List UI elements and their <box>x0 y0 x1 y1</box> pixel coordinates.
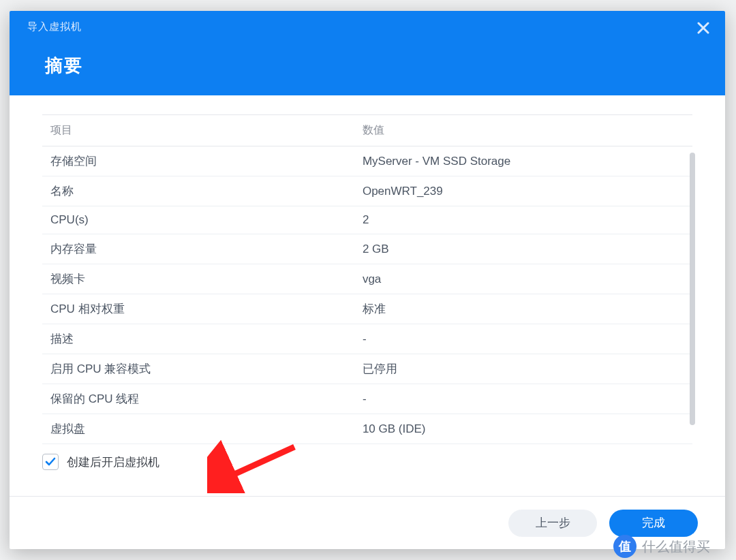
cell-label: 视频卡 <box>42 264 354 294</box>
column-header-item: 项目 <box>42 115 354 146</box>
autostart-checkbox-row[interactable]: 创建后开启虚拟机 <box>42 454 692 470</box>
cell-value: vga <box>354 264 692 294</box>
table-row: CPU 相对权重标准 <box>42 294 692 324</box>
cell-value: 2 <box>354 206 692 234</box>
dialog-subtitle: 导入虚拟机 <box>27 20 707 33</box>
cell-value: - <box>354 384 692 414</box>
close-icon[interactable] <box>694 20 713 40</box>
scrollbar[interactable] <box>690 153 695 425</box>
import-vm-dialog: 导入虚拟机 摘要 项目 数值 存储空间MyServer - VM SSD Sto… <box>10 11 725 549</box>
cell-label: CPU(s) <box>42 206 354 234</box>
table-row: CPU(s)2 <box>42 206 692 234</box>
cell-label: 启用 CPU 兼容模式 <box>42 354 354 384</box>
dialog-header: 导入虚拟机 摘要 <box>10 11 725 95</box>
cell-value: 2 GB <box>354 234 692 264</box>
cell-value: 标准 <box>354 294 692 324</box>
table-row: 存储空间MyServer - VM SSD Storage <box>42 146 692 176</box>
cell-value: MyServer - VM SSD Storage <box>354 146 692 176</box>
table-row: 保留的 CPU 线程- <box>42 384 692 414</box>
cell-label: CPU 相对权重 <box>42 294 354 324</box>
cell-value: 10 GB (IDE) <box>354 414 692 444</box>
column-header-value: 数值 <box>354 115 692 146</box>
table-row: 内存容量2 GB <box>42 234 692 264</box>
back-button[interactable]: 上一步 <box>508 510 597 537</box>
cell-label: 虚拟盘 <box>42 414 354 444</box>
done-button[interactable]: 完成 <box>609 510 698 537</box>
cell-label: 名称 <box>42 176 354 206</box>
cell-label: 内存容量 <box>42 234 354 264</box>
summary-table: 项目 数值 存储空间MyServer - VM SSD Storage 名称Op… <box>42 114 692 444</box>
cell-label: 保留的 CPU 线程 <box>42 384 354 414</box>
cell-label: 描述 <box>42 324 354 354</box>
dialog-footer: 上一步 完成 <box>10 496 725 549</box>
table-row: 视频卡vga <box>42 264 692 294</box>
dialog-body: 项目 数值 存储空间MyServer - VM SSD Storage 名称Op… <box>10 95 725 496</box>
cell-value: - <box>354 324 692 354</box>
table-row: 描述- <box>42 324 692 354</box>
cell-value: 已停用 <box>354 354 692 384</box>
cell-value: OpenWRT_239 <box>354 176 692 206</box>
table-row: 虚拟盘10 GB (IDE) <box>42 414 692 444</box>
dialog-title: 摘要 <box>45 54 707 78</box>
table-row: 名称OpenWRT_239 <box>42 176 692 206</box>
summary-table-wrap: 项目 数值 存储空间MyServer - VM SSD Storage 名称Op… <box>42 114 692 441</box>
cell-label: 存储空间 <box>42 146 354 176</box>
table-row: 启用 CPU 兼容模式已停用 <box>42 354 692 384</box>
autostart-checkbox-label: 创建后开启虚拟机 <box>67 454 159 470</box>
checkbox-icon[interactable] <box>42 454 59 470</box>
